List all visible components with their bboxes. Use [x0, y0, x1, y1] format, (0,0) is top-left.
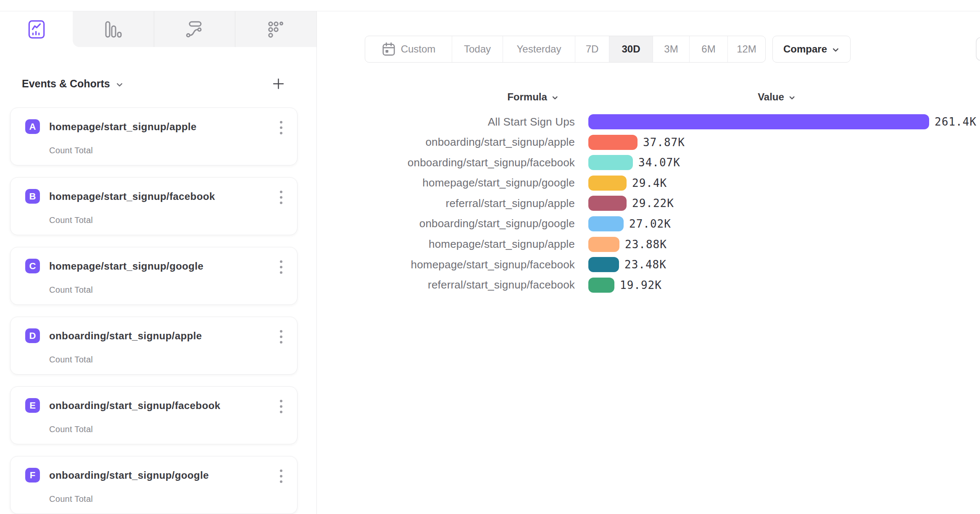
formula-label: referral/start_signup/apple — [0, 197, 575, 210]
compare-label: Compare — [783, 43, 827, 55]
chart-row: All Start Sign Ups261.4K — [0, 114, 980, 129]
date-range-30d[interactable]: 30D — [609, 36, 653, 62]
value-label: 37.87K — [643, 136, 685, 149]
formula-label: referral/start_signup/facebook — [0, 278, 575, 291]
date-range-yesterday[interactable]: Yesterday — [503, 36, 575, 62]
value-bar[interactable] — [588, 257, 619, 272]
kebab-menu-icon[interactable] — [279, 399, 284, 414]
date-range-today[interactable]: Today — [452, 36, 503, 62]
chevron-down-icon — [116, 81, 124, 89]
value-bar[interactable] — [588, 114, 929, 129]
tab-retention[interactable] — [235, 11, 316, 47]
chevron-down-icon — [832, 46, 840, 54]
event-letter-badge: E — [25, 398, 40, 413]
date-range-label: 30D — [622, 43, 640, 55]
chart-type-tabs — [0, 11, 316, 47]
event-title: onboarding/start_signup/apple — [49, 330, 202, 342]
chart-row: onboarding/start_signup/google27.02K — [0, 216, 980, 231]
events-cohorts-header: Events & Cohorts — [22, 77, 285, 90]
bar-chart: All Start Sign Ups261.4Konboarding/start… — [0, 114, 980, 298]
chart-row: homepage/start_signup/apple23.88K — [0, 237, 980, 252]
retention-dots-icon — [267, 21, 285, 38]
date-range-label: 12M — [737, 43, 756, 55]
value-header-label: Value — [758, 91, 784, 103]
date-range-12m[interactable]: 12M — [727, 36, 765, 62]
chart-row: onboarding/start_signup/apple37.87K — [0, 135, 980, 150]
formula-label: onboarding/start_signup/facebook — [0, 156, 575, 169]
funnel-bars-icon — [104, 21, 122, 38]
chart-row: homepage/start_signup/google29.4K — [0, 176, 980, 191]
event-measure-dropdown[interactable]: Count Total — [49, 425, 93, 434]
date-range-6m[interactable]: 6M — [689, 36, 727, 62]
insights-line-chart-icon — [28, 20, 45, 39]
formula-label: homepage/start_signup/google — [0, 176, 575, 189]
date-range-label: 7D — [586, 43, 599, 55]
calendar-icon — [382, 42, 396, 56]
value-label: 29.4K — [632, 177, 667, 189]
date-range-3m[interactable]: 3M — [653, 36, 689, 62]
partial-button-right-edge[interactable] — [976, 37, 980, 61]
events-cohorts-title: Events & Cohorts — [22, 78, 110, 90]
date-range-label: Custom — [401, 43, 436, 55]
value-bar[interactable] — [588, 196, 627, 211]
chart-row: onboarding/start_signup/facebook34.07K — [0, 155, 980, 170]
chevron-down-icon — [788, 94, 796, 101]
compare-button[interactable]: Compare — [772, 36, 851, 63]
events-cohorts-dropdown[interactable]: Events & Cohorts — [22, 78, 124, 90]
insights-report-page: { "tabs": { "items": [ {"id": "insights"… — [0, 0, 980, 514]
kebab-menu-icon[interactable] — [279, 329, 284, 345]
date-range-label: Yesterday — [517, 43, 561, 55]
formula-label: homepage/start_signup/apple — [0, 238, 575, 251]
event-card-D[interactable]: Donboarding/start_signup/appleCount Tota… — [10, 317, 298, 375]
value-label: 27.02K — [629, 218, 671, 230]
tab-flows[interactable] — [154, 11, 235, 47]
event-card-E[interactable]: Eonboarding/start_signup/facebookCount T… — [10, 386, 298, 444]
date-range-label: Today — [464, 43, 491, 55]
event-letter-badge: F — [25, 468, 40, 483]
plus-icon — [272, 77, 285, 90]
tab-funnels[interactable] — [73, 11, 154, 47]
formula-header-label: Formula — [507, 91, 547, 103]
formula-column-header[interactable]: Formula — [507, 91, 558, 103]
formula-label: onboarding/start_signup/google — [0, 217, 575, 230]
formula-label: homepage/start_signup/facebook — [0, 258, 575, 271]
inactive-tabs-group — [73, 11, 316, 47]
date-range-label: 3M — [664, 43, 678, 55]
value-bar[interactable] — [588, 237, 619, 252]
value-label: 19.92K — [620, 279, 662, 291]
value-bar[interactable] — [588, 135, 638, 150]
event-measure-dropdown[interactable]: Count Total — [49, 355, 93, 365]
event-title: onboarding/start_signup/facebook — [49, 400, 221, 412]
flows-icon — [185, 21, 204, 38]
date-range-selector: CustomTodayYesterday7D30D3M6M12M — [365, 36, 766, 63]
event-measure-dropdown[interactable]: Count Total — [49, 494, 93, 504]
value-column-header[interactable]: Value — [758, 91, 796, 103]
chart-row: referral/start_signup/facebook19.92K — [0, 278, 980, 293]
value-bar[interactable] — [588, 155, 633, 170]
event-title: onboarding/start_signup/google — [49, 469, 209, 481]
event-card-F[interactable]: Fonboarding/start_signup/googleCount Tot… — [10, 456, 298, 514]
date-range-custom[interactable]: Custom — [365, 36, 452, 62]
tab-insights[interactable] — [0, 11, 73, 47]
value-label: 29.22K — [632, 197, 674, 210]
value-bar[interactable] — [588, 176, 627, 191]
date-range-7d[interactable]: 7D — [575, 36, 609, 62]
chart-row: homepage/start_signup/facebook23.48K — [0, 257, 980, 272]
value-label: 23.88K — [625, 238, 667, 251]
value-bar[interactable] — [588, 216, 624, 231]
formula-label: All Start Sign Ups — [0, 115, 575, 128]
value-label: 34.07K — [638, 156, 680, 169]
value-label: 261.4K — [935, 115, 977, 128]
chevron-down-icon — [551, 94, 558, 101]
chart-row: referral/start_signup/apple29.22K — [0, 196, 980, 211]
value-bar[interactable] — [588, 278, 614, 293]
formula-label: onboarding/start_signup/apple — [0, 136, 575, 149]
kebab-menu-icon[interactable] — [279, 468, 284, 484]
date-range-label: 6M — [701, 43, 715, 55]
value-label: 23.48K — [624, 258, 667, 271]
add-event-button[interactable] — [272, 77, 285, 90]
event-letter-badge: D — [25, 328, 40, 343]
